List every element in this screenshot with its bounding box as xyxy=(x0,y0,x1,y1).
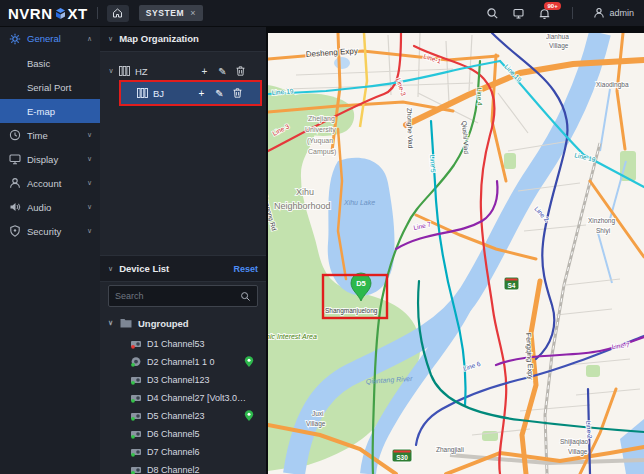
map-label: Scenic Interest Area xyxy=(268,333,317,340)
chevron-down-icon[interactable]: ∨ xyxy=(87,179,92,187)
map-actions: + ✎ xyxy=(199,66,246,77)
logo-text-prefix: NVRN xyxy=(8,5,53,22)
search-icon xyxy=(486,7,499,20)
map-label: Zhejiang xyxy=(308,115,335,123)
location-pin-icon[interactable] xyxy=(244,356,254,368)
tab-system[interactable]: SYSTEM × xyxy=(139,5,203,21)
map-label: (Yuquan xyxy=(307,137,333,145)
device-label: D5 Channel23 xyxy=(147,411,205,421)
chevron-down-icon[interactable]: ∨ xyxy=(108,35,113,43)
chevron-down-icon[interactable]: ∨ xyxy=(87,131,92,139)
camera-icon xyxy=(130,410,142,422)
highway-shield-s30: S30 xyxy=(392,449,412,462)
add-map-button[interactable]: + xyxy=(199,66,210,77)
folder-icon xyxy=(120,318,132,328)
map-label: Neighborhood xyxy=(274,201,331,211)
sidebar-item-label: Display xyxy=(27,154,58,165)
search-input[interactable] xyxy=(109,291,240,301)
sidebar-item-time[interactable]: Time∨ xyxy=(0,123,100,147)
device-label: D6 Channel5 xyxy=(147,429,200,439)
edit-map-button[interactable]: ✎ xyxy=(214,88,225,99)
device-item-d8[interactable]: D8 Channel2 xyxy=(100,461,266,474)
chevron-down-icon[interactable]: ∨ xyxy=(108,265,113,273)
map-label: Line 4 xyxy=(476,88,484,106)
search-icon[interactable] xyxy=(240,291,251,302)
device-item-d3[interactable]: D3 Channel123 xyxy=(100,371,266,389)
map-label: Village xyxy=(306,420,326,428)
app-logo: NVRN XT xyxy=(8,5,88,22)
chevron-down-icon[interactable]: ∨ xyxy=(87,203,92,211)
sidebar-item-label: Serial Port xyxy=(27,82,71,93)
display-icon xyxy=(9,153,21,165)
logo-cube-icon xyxy=(54,7,67,20)
sidebar-item-audio[interactable]: Audio∨ xyxy=(0,195,100,219)
user-icon xyxy=(593,7,605,19)
gear-icon xyxy=(9,33,21,45)
delete-map-button[interactable] xyxy=(235,66,246,77)
location-pin-icon[interactable] xyxy=(244,410,254,422)
camera-icon xyxy=(130,338,142,350)
map-tree-item-bj[interactable]: BJ + ✎ xyxy=(121,82,260,104)
device-item-d5[interactable]: D5 Channel23 xyxy=(100,407,266,425)
home-button[interactable] xyxy=(107,5,129,22)
device-label: D2 Channel1 1 0 xyxy=(147,357,215,367)
device-item-d2[interactable]: D2 Channel1 1 0 xyxy=(100,353,266,371)
alarm-button[interactable]: 90+ xyxy=(537,6,552,21)
add-map-button[interactable]: + xyxy=(196,88,207,99)
display-window-icon xyxy=(512,7,525,20)
camera-icon xyxy=(130,374,142,386)
delete-map-button[interactable] xyxy=(232,88,243,99)
map-label: Campus) xyxy=(308,148,336,156)
map-tree-label: BJ xyxy=(153,88,164,99)
device-list-header[interactable]: ∨ Device List Reset xyxy=(100,255,266,282)
chevron-down-icon[interactable]: ∨ xyxy=(87,155,92,163)
sidebar-item-account[interactable]: Account∨ xyxy=(0,171,100,195)
map-label: Xinzhong xyxy=(588,217,615,225)
display-window-button[interactable] xyxy=(511,6,526,21)
topbar-actions: 90+ admin xyxy=(485,6,634,21)
alarm-count-badge: 90+ xyxy=(544,2,560,10)
device-label: D8 Channel2 xyxy=(147,465,200,474)
sidebar-item-basic[interactable]: Basic xyxy=(0,51,100,75)
sidebar-item-general[interactable]: General∧ xyxy=(0,26,100,51)
chevron-down-icon[interactable]: ∨ xyxy=(106,67,116,75)
map-label: Village xyxy=(549,42,569,50)
map-icon xyxy=(137,88,148,98)
sidebar-item-serial-port[interactable]: Serial Port xyxy=(0,75,100,99)
logo-text-suffix: XT xyxy=(68,5,88,22)
user-menu[interactable]: admin xyxy=(593,7,634,19)
sidebar-item-security[interactable]: Security∨ xyxy=(0,219,100,243)
map-icon xyxy=(119,66,130,76)
device-item-d6[interactable]: D6 Channel5 xyxy=(100,425,266,443)
chevron-up-icon[interactable]: ∧ xyxy=(87,35,92,43)
user-name: admin xyxy=(609,8,634,18)
camera-icon xyxy=(130,446,142,458)
sidebar-item-display[interactable]: Display∨ xyxy=(0,147,100,171)
security-icon xyxy=(9,225,21,237)
topbar-divider xyxy=(572,7,573,19)
device-item-d4[interactable]: D4 Channel27 [Volt3.0]_IP... xyxy=(100,389,266,407)
trash-icon xyxy=(233,88,242,98)
search-button[interactable] xyxy=(485,6,500,21)
device-item-d7[interactable]: D7 Channel6 xyxy=(100,443,266,461)
tab-close-icon[interactable]: × xyxy=(190,8,196,18)
chevron-down-icon[interactable]: ∨ xyxy=(108,319,120,327)
map-tree-label: HZ xyxy=(135,66,148,77)
account-icon xyxy=(9,177,21,189)
annotation-red-box-bj: BJ + ✎ xyxy=(119,80,262,106)
map-tree-item-hz[interactable]: ∨ HZ + ✎ xyxy=(100,60,266,82)
device-group-ungrouped[interactable]: ∨ Ungrouped xyxy=(108,314,258,332)
map-actions: + ✎ xyxy=(196,88,243,99)
reset-link[interactable]: Reset xyxy=(233,264,258,274)
map-organization-header[interactable]: ∨ Map Organization xyxy=(100,26,266,52)
svg-text:S4: S4 xyxy=(508,282,516,289)
chevron-down-icon[interactable]: ∨ xyxy=(87,227,92,235)
map-label: University xyxy=(305,126,336,134)
map-label: Xihu Lake xyxy=(343,199,375,206)
edit-map-button[interactable]: ✎ xyxy=(217,66,228,77)
sidebar-item-e-map[interactable]: E-map xyxy=(0,99,100,123)
device-label: D7 Channel6 xyxy=(147,447,200,457)
map-canvas[interactable]: S4S30 Desheng ExpyLine-19Line 3Line-3Lin… xyxy=(268,33,644,474)
device-item-d1[interactable]: D1 Channel53 xyxy=(100,335,266,353)
camera-icon xyxy=(130,428,142,440)
